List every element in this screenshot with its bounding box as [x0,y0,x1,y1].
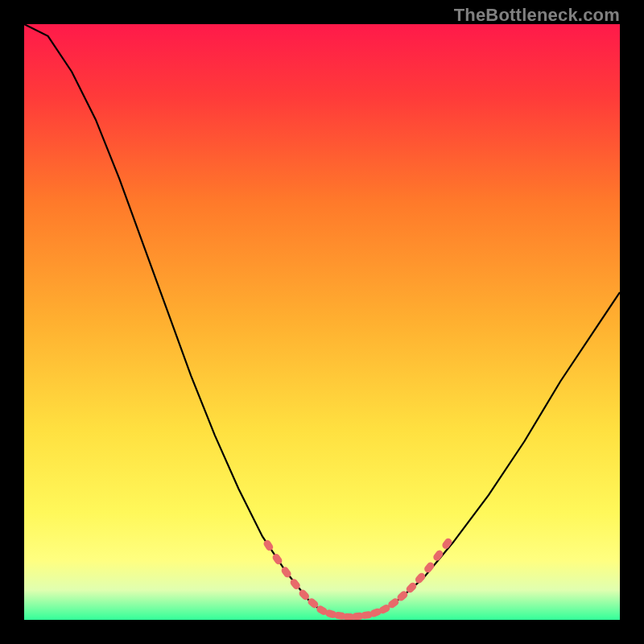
plot-area [24,24,620,620]
gradient-background [24,24,620,620]
chart-frame: TheBottleneck.com [0,0,644,644]
watermark-text: TheBottleneck.com [454,5,620,26]
chart-svg [24,24,620,620]
